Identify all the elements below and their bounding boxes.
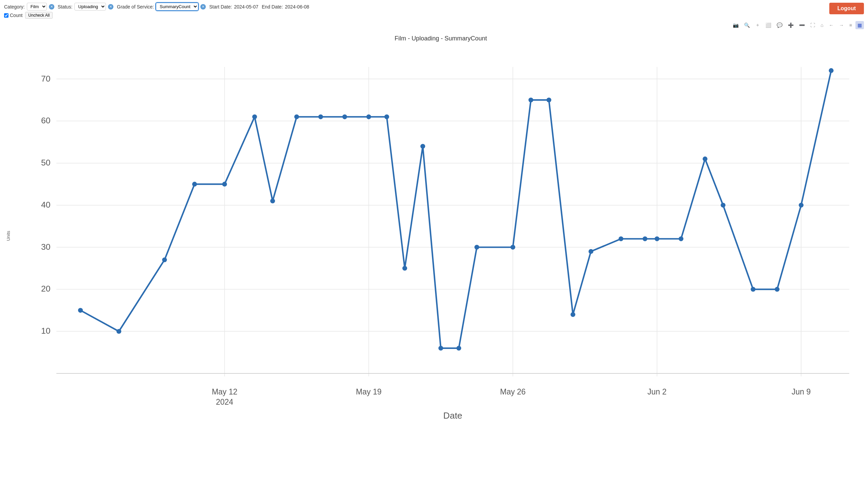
data-point: [571, 312, 575, 317]
grade-filter: Grade of Service: SummaryCount SummaryAv…: [117, 3, 206, 11]
svg-text:Jun 9: Jun 9: [792, 387, 811, 396]
svg-text:Date: Date: [443, 410, 462, 421]
count-checkbox-row: Count: [4, 12, 22, 19]
start-date-label: Start Date:: [209, 4, 232, 10]
data-point: [192, 182, 197, 187]
end-date-filter: End Date: 2024-06-08: [262, 4, 309, 10]
svg-text:May 19: May 19: [356, 387, 381, 396]
category-select[interactable]: Film: [27, 3, 47, 11]
data-point: [116, 329, 121, 334]
data-point: [829, 68, 833, 73]
svg-text:May 26: May 26: [500, 387, 526, 396]
status-label: Status:: [58, 4, 73, 10]
chart-line: [80, 71, 831, 348]
data-point: [402, 266, 407, 270]
svg-text:20: 20: [41, 284, 51, 293]
chart-container: Film - Uploading - SummaryCount Units 70…: [0, 32, 868, 443]
data-point: [438, 346, 443, 351]
svg-text:10: 10: [41, 326, 51, 335]
data-point: [222, 182, 227, 187]
data-point: [294, 115, 299, 119]
zoom-icon[interactable]: 🔍: [742, 21, 752, 29]
chart-area: Units 70 60 50 40 30 20 10: [20, 49, 861, 423]
data-point: [703, 157, 707, 161]
logout-button[interactable]: Logout: [829, 3, 864, 14]
data-point: [589, 249, 593, 254]
data-point: [456, 346, 461, 351]
data-point: [252, 115, 257, 119]
bar-chart-icon[interactable]: ▦: [855, 21, 864, 29]
comment-icon[interactable]: 💬: [775, 21, 784, 29]
data-point: [510, 245, 515, 250]
start-date-value: 2024-05-07: [234, 4, 258, 10]
data-point: [318, 115, 323, 119]
chart-title: Film - Uploading - SummaryCount: [20, 35, 861, 42]
data-point: [474, 245, 479, 250]
arrow-left-icon[interactable]: ←: [827, 21, 836, 29]
svg-text:2024: 2024: [216, 398, 233, 406]
data-point: [618, 236, 623, 241]
camera-icon[interactable]: 📷: [731, 21, 741, 29]
fullscreen-icon[interactable]: ⛶: [808, 21, 817, 29]
status-filter: Status: Uploading ✕: [58, 3, 114, 11]
chart-svg: 70 60 50 40 30 20 10 May 12 2024 May 19 …: [20, 49, 861, 422]
data-point: [775, 287, 779, 292]
svg-text:60: 60: [41, 116, 51, 125]
home-icon[interactable]: ⌂: [818, 21, 825, 29]
category-label: Category:: [4, 4, 25, 10]
grade-label: Grade of Service:: [117, 4, 154, 10]
data-point: [643, 236, 647, 241]
start-date-filter: Start Date: 2024-05-07: [209, 4, 258, 10]
data-point: [721, 203, 725, 208]
data-point: [420, 144, 425, 148]
data-point: [528, 98, 533, 102]
svg-text:70: 70: [41, 74, 51, 83]
end-date-label: End Date:: [262, 4, 283, 10]
data-point: [679, 236, 683, 241]
svg-text:30: 30: [41, 242, 51, 251]
lines-icon[interactable]: ≡: [847, 21, 854, 29]
minus-shape-icon[interactable]: ➖: [797, 21, 807, 29]
data-point: [366, 115, 371, 119]
count-checkbox[interactable]: [4, 13, 8, 18]
end-date-value: 2024-06-08: [285, 4, 309, 10]
svg-text:May 12: May 12: [212, 387, 237, 396]
grade-select[interactable]: SummaryCount SummaryAvg SummaryMin Summa…: [156, 3, 198, 11]
data-point: [751, 287, 756, 292]
select-icon[interactable]: ⬜: [763, 21, 773, 29]
grade-clear-btn[interactable]: ✕: [200, 4, 206, 10]
data-point: [655, 236, 659, 241]
svg-text:40: 40: [41, 200, 51, 209]
status-select[interactable]: Uploading: [74, 3, 106, 11]
data-point: [799, 203, 803, 208]
y-axis-label: Units: [6, 231, 11, 241]
data-point: [270, 198, 275, 203]
data-point: [546, 98, 551, 102]
data-point: [384, 115, 389, 119]
add-shape-icon[interactable]: ➕: [786, 21, 796, 29]
data-point: [342, 115, 347, 119]
plus-icon[interactable]: ＋: [753, 21, 762, 30]
uncheck-all-button[interactable]: Uncheck All: [25, 12, 53, 19]
chart-toolbar: 📷 🔍 ＋ ⬜ 💬 ➕ ➖ ⛶ ⌂ ← → ≡ ▦: [0, 19, 868, 32]
svg-text:50: 50: [41, 158, 51, 167]
status-clear-btn[interactable]: ✕: [108, 4, 113, 10]
data-point: [162, 258, 167, 262]
arrow-right-icon[interactable]: →: [837, 21, 846, 29]
svg-text:Jun 2: Jun 2: [648, 387, 667, 396]
category-filter: Category: Film ✕: [4, 3, 54, 11]
category-clear-btn[interactable]: ✕: [49, 4, 54, 10]
count-label[interactable]: Count: [10, 13, 22, 18]
data-point: [78, 308, 83, 313]
